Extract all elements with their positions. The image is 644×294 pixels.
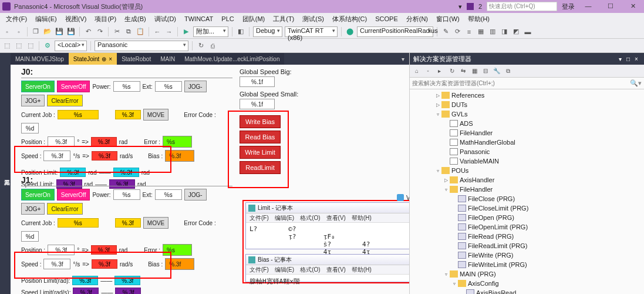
se-home-icon[interactable]: ⌂ xyxy=(412,66,422,76)
tree-node[interactable]: MathHandlerGlobal xyxy=(410,138,644,147)
j0-move-button[interactable]: MOVE xyxy=(143,109,168,121)
quick-launch[interactable]: 快速启动 (Ctrl+Q) xyxy=(487,2,557,11)
copy-icon[interactable]: ⧉ xyxy=(124,27,133,36)
tool-d-icon[interactable]: ▦ xyxy=(476,27,485,36)
j1-move[interactable]: MOVE xyxy=(143,217,168,229)
menu-tools[interactable]: 工具(T) xyxy=(269,14,298,25)
side-toolbox-tab[interactable]: 工具箱 xyxy=(0,53,11,294)
tool-f-icon[interactable]: ◨ xyxy=(500,27,509,36)
tree-node[interactable]: ▿POUs xyxy=(410,166,644,175)
solexp-pin-icon[interactable]: □ xyxy=(624,56,632,62)
tree-node[interactable]: VariableMAIN xyxy=(410,156,644,166)
tool-h-icon[interactable]: ▬ xyxy=(523,27,532,36)
save-icon[interactable]: 💾 xyxy=(55,27,64,36)
tool-c-icon[interactable]: ≡ xyxy=(464,27,474,36)
tool-e-icon[interactable]: ▥ xyxy=(488,27,497,36)
nav-dn-icon[interactable]: → xyxy=(164,27,174,36)
menu-scope[interactable]: SCOPE xyxy=(372,14,402,24)
nav-up-icon[interactable]: ← xyxy=(153,27,162,36)
tabs-dropdown-icon[interactable]: ▾ xyxy=(397,53,409,65)
paste-icon[interactable]: 📋 xyxy=(136,27,145,36)
j0-clearerror-button[interactable]: ClearError xyxy=(47,95,82,106)
gss-field[interactable]: %.1f xyxy=(240,99,275,109)
open-icon[interactable]: 📂 xyxy=(43,27,52,36)
j0-jogp-button[interactable]: JOG+ xyxy=(21,95,45,106)
tree-node[interactable]: FileWrite (PRG) xyxy=(410,250,644,260)
tab-statejoint[interactable]: StateJoint⊕× xyxy=(69,53,117,65)
tool-g-icon[interactable]: ◩ xyxy=(511,27,521,36)
menu-file[interactable]: 文件(F) xyxy=(2,14,31,25)
j0-serveroff-button[interactable]: ServerOff xyxy=(57,81,90,92)
np-file[interactable]: 文件(F) xyxy=(249,214,269,222)
gsb-field[interactable]: %.1f xyxy=(240,76,275,87)
tb2-gear-icon[interactable]: ⚙ xyxy=(43,41,52,51)
tree-node[interactable]: FileCloseLimit (PRG) xyxy=(410,203,644,213)
j0-serveron-button[interactable]: ServerOn xyxy=(21,81,55,92)
j1-jogp[interactable]: JOG+ xyxy=(21,203,45,215)
tab-movejstop[interactable]: MAIN.MOVEJStop xyxy=(11,53,69,65)
saveall-icon[interactable]: 💾 xyxy=(66,27,76,36)
se-collapse-icon[interactable]: ⊟ xyxy=(481,66,490,76)
np-format[interactable]: 格式(O) xyxy=(300,214,320,222)
tree-node[interactable]: AxisBiasRead xyxy=(410,288,644,294)
menu-build[interactable]: 生成(B) xyxy=(121,14,150,25)
menu-arch[interactable]: 体系结构(C) xyxy=(329,14,370,25)
j1-jogm[interactable]: JOG- xyxy=(184,189,207,201)
np-view[interactable]: 查看(V) xyxy=(326,214,346,222)
notepad-limit[interactable]: Limit - 记事本 文件(F) 编辑(E) 格式(O) 查看(V) 帮助(H… xyxy=(245,202,409,249)
search-icon[interactable]: 🔍 xyxy=(630,79,638,87)
tb2-b-icon[interactable]: ⬚ xyxy=(14,41,23,51)
np-edit[interactable]: 编辑(E) xyxy=(275,214,294,222)
tab-main[interactable]: MAIN xyxy=(156,53,180,65)
attach-combo[interactable]: 附加... xyxy=(193,26,228,37)
menu-test[interactable]: 测试(S) xyxy=(299,14,328,25)
cut-icon[interactable]: ✂ xyxy=(112,27,122,36)
menu-analyze[interactable]: 分析(N) xyxy=(403,14,431,25)
se-sync-icon[interactable]: ⇆ xyxy=(458,66,468,76)
se-fwd-icon[interactable]: ▸ xyxy=(434,66,444,76)
local-combo[interactable]: <Local> xyxy=(55,41,87,51)
start-icon[interactable]: ▶ xyxy=(181,27,191,36)
nav-fwd-icon[interactable]: ◦ xyxy=(14,27,23,36)
tree-node[interactable]: ▷References xyxy=(410,91,644,100)
plc-icon[interactable]: ⬤ xyxy=(345,27,355,36)
tree-node[interactable]: FileHandler xyxy=(410,128,644,138)
close-tab-icon[interactable]: × xyxy=(109,56,112,62)
minimize-button[interactable]: — xyxy=(579,1,597,12)
variablem-floating[interactable]: VariableM xyxy=(397,194,409,201)
menu-window[interactable]: 窗口(W) xyxy=(433,14,463,25)
tree-node[interactable]: Panasonic xyxy=(410,147,644,156)
mode-icon[interactable]: ◧ xyxy=(236,27,245,36)
se-view-icon[interactable]: ⧉ xyxy=(503,66,512,76)
tree-node[interactable]: ▿FileHandler xyxy=(410,185,644,194)
login-link[interactable]: 登录 xyxy=(562,2,575,11)
j0-ext-field[interactable]: %s xyxy=(155,81,182,92)
maximize-button[interactable]: ☐ xyxy=(602,1,619,12)
tree-node[interactable]: FileReadLimit (PRG) xyxy=(410,241,644,250)
tool-a-icon[interactable]: ✎ xyxy=(441,27,450,36)
se-back-icon[interactable]: ◦ xyxy=(423,66,433,76)
tb2-e-icon[interactable]: ⎙ xyxy=(208,41,217,51)
solexp-dropdown-icon[interactable]: ▾ xyxy=(616,56,624,62)
solexp-tree[interactable]: ▷References▷DUTs▿GVLsADSFileHandlerMathH… xyxy=(410,89,644,294)
tree-node[interactable]: FileOpen (PRG) xyxy=(410,213,644,222)
tab-mathmove[interactable]: MathMove.Update...eckLimitPosition xyxy=(180,53,284,65)
menu-help[interactable]: 帮助(H) xyxy=(464,14,493,25)
j0-jogm-button[interactable]: JOG- xyxy=(184,81,207,92)
close-button[interactable]: ✕ xyxy=(624,1,642,12)
tool-b-icon[interactable]: ⟳ xyxy=(453,27,462,36)
menu-view[interactable]: 视图(V) xyxy=(62,14,90,25)
menu-edit[interactable]: 编辑(E) xyxy=(32,14,60,25)
tree-node[interactable]: ▷DUTs xyxy=(410,100,644,109)
pin-icon[interactable]: ⊕ xyxy=(102,56,106,62)
notepad-bias[interactable]: Bias - 记事本 文件(F) 编辑(E) 格式(O) 查看(V) 帮助(H)… xyxy=(245,254,409,282)
tb2-d-icon[interactable]: ↻ xyxy=(196,41,205,51)
config-combo[interactable]: Debug xyxy=(253,26,282,37)
tree-node[interactable]: FileOpenLimit (PRG) xyxy=(410,222,644,232)
undo-icon[interactable]: ↶ xyxy=(83,27,93,36)
j0-power-field[interactable]: %s xyxy=(113,81,140,92)
tab-staterobot[interactable]: StateRobot xyxy=(117,53,156,65)
menu-plc[interactable]: PLC xyxy=(218,14,237,24)
menu-project[interactable]: 项目(P) xyxy=(91,14,120,25)
menu-debug[interactable]: 调试(D) xyxy=(151,14,180,25)
